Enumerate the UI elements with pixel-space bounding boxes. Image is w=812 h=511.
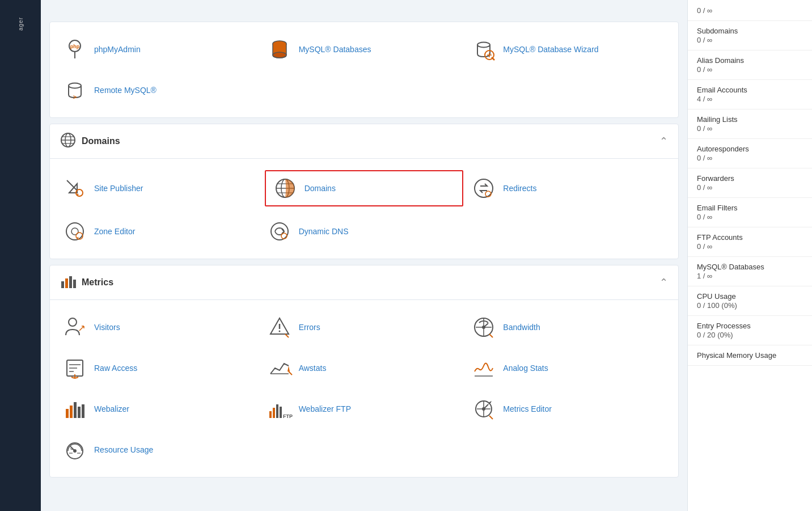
sidebar: ager <box>0 0 41 511</box>
svg-point-28 <box>66 223 83 240</box>
item-awstats[interactable]: Awstats <box>265 352 464 384</box>
domains-title: Domains <box>82 136 120 146</box>
domains-header-left: Domains <box>60 132 120 150</box>
svg-rect-71 <box>280 407 282 418</box>
stat-row-top: 0 / ∞ <box>688 0 812 21</box>
svg-line-78 <box>489 416 493 419</box>
stat-value-mysql-dbs: 1 / ∞ <box>697 272 803 280</box>
stat-ftp-accounts: FTP Accounts 0 / ∞ <box>688 227 812 257</box>
svg-rect-36 <box>69 276 72 288</box>
stat-value-ftp: 0 / ∞ <box>697 242 803 251</box>
awstats-icon <box>267 356 292 381</box>
svg-point-5 <box>477 43 490 48</box>
visitors-icon <box>62 315 87 340</box>
bandwidth-icon <box>471 315 496 340</box>
svg-text:>: > <box>73 94 77 100</box>
svg-rect-66 <box>78 407 81 418</box>
stat-physical-memory: Physical Memory Usage <box>688 345 812 366</box>
webalizer-label: Webalizer <box>94 404 129 413</box>
dynamic-dns-label: Dynamic DNS <box>299 227 349 236</box>
domains-header: Domains ⌃ <box>50 124 678 159</box>
item-analog-stats[interactable]: Analog Stats <box>469 352 668 384</box>
stat-label-ftp: FTP Accounts <box>697 233 803 242</box>
analog-stats-icon <box>471 356 496 381</box>
svg-point-4 <box>273 52 286 58</box>
errors-label: Errors <box>299 323 320 332</box>
domains-header-icon <box>60 132 76 150</box>
stat-label-mailing: Mailing Lists <box>697 115 803 124</box>
item-errors[interactable]: Errors <box>265 311 464 343</box>
item-dynamic-dns[interactable]: Dynamic DNS <box>265 216 464 247</box>
stat-value-cpu: 0 / 100 (0%) <box>697 301 803 310</box>
stat-entry-processes: Entry Processes 0 / 20 (0%) <box>688 316 812 345</box>
item-zone-editor[interactable]: Zone Editor <box>60 216 259 247</box>
remote-mysql-icon: > <box>62 78 87 103</box>
mysql-databases-icon <box>267 37 292 62</box>
webalizer-icon <box>62 396 87 421</box>
svg-rect-64 <box>70 406 73 418</box>
domains-body: Site Publisher <box>50 159 678 259</box>
domains-icon <box>273 176 298 201</box>
stat-email-accounts: Email Accounts 4 / ∞ <box>688 80 812 109</box>
svg-point-10 <box>69 83 81 88</box>
errors-icon <box>267 315 292 340</box>
metrics-chevron[interactable]: ⌃ <box>659 276 668 289</box>
item-visitors[interactable]: Visitors <box>60 311 259 343</box>
svg-point-38 <box>69 318 77 326</box>
svg-line-7 <box>492 57 494 60</box>
item-phpmyadmin[interactable]: php phpMyAdmin <box>60 33 259 65</box>
item-site-publisher[interactable]: Site Publisher <box>60 170 259 206</box>
stat-value-email-filters: 0 / ∞ <box>697 213 803 221</box>
svg-line-60 <box>289 371 292 375</box>
item-bandwidth[interactable]: Bandwidth <box>469 311 668 343</box>
item-resource-usage[interactable]: Resource Usage <box>60 434 259 466</box>
zone-editor-label: Zone Editor <box>94 227 135 236</box>
item-webalizer-ftp[interactable]: FTP Webalizer FTP <box>265 393 464 425</box>
mysql-databases-label: MySQL® Databases <box>299 45 371 54</box>
stat-value-top: 0 / ∞ <box>697 6 803 15</box>
domains-chevron[interactable]: ⌃ <box>659 135 668 147</box>
metrics-title: Metrics <box>82 277 113 288</box>
item-raw-access[interactable]: Raw Access <box>60 352 259 384</box>
redirects-icon <box>471 176 496 201</box>
metrics-grid: Visitors Errors <box>60 311 668 466</box>
stat-cpu: CPU Usage 0 / 100 (0%) <box>688 286 812 316</box>
item-mysql-databases[interactable]: MySQL® Databases <box>265 33 464 65</box>
metrics-header: Metrics ⌃ <box>50 265 678 300</box>
resource-usage-label: Resource Usage <box>94 445 153 454</box>
databases-body: php phpMyAdmin MySQL® Databases <box>50 22 678 117</box>
mysql-wizard-icon <box>471 37 496 62</box>
svg-line-50 <box>484 323 488 327</box>
resource-usage-icon <box>62 437 87 462</box>
stat-label-subdomains: Subdomains <box>697 27 803 35</box>
databases-section: php phpMyAdmin MySQL® Databases <box>49 22 679 118</box>
item-redirects[interactable]: Redirects <box>469 170 668 206</box>
svg-rect-63 <box>66 409 69 418</box>
metrics-editor-label: Metrics Editor <box>503 404 552 413</box>
site-publisher-icon <box>62 176 87 201</box>
svg-point-44 <box>278 331 280 332</box>
visitors-label: Visitors <box>94 323 120 332</box>
raw-access-label: Raw Access <box>94 364 137 373</box>
analog-stats-label: Analog Stats <box>503 364 548 373</box>
site-publisher-label: Site Publisher <box>94 184 143 193</box>
stat-label-memory: Physical Memory Usage <box>697 351 803 360</box>
svg-rect-65 <box>74 402 77 418</box>
domains-section: Domains ⌃ Site Publisher <box>49 124 679 259</box>
stat-label-autoresponders: Autoresponders <box>697 145 803 153</box>
item-webalizer[interactable]: Webalizer <box>60 393 259 425</box>
awstats-label: Awstats <box>299 364 327 373</box>
raw-access-icon <box>62 356 87 381</box>
svg-line-51 <box>489 334 493 337</box>
item-mysql-wizard[interactable]: MySQL® Database Wizard <box>469 33 668 65</box>
item-domains[interactable]: Domains <box>265 170 464 206</box>
stat-value-autoresponders: 0 / ∞ <box>697 154 803 162</box>
domains-grid: Site Publisher <box>60 170 668 247</box>
right-panel: 0 / ∞ Subdomains 0 / ∞ Alias Domains 0 /… <box>687 0 812 511</box>
item-metrics-editor[interactable]: Metrics Editor <box>469 393 668 425</box>
zone-editor-icon <box>62 219 87 244</box>
svg-text:FTP: FTP <box>283 413 293 419</box>
svg-rect-35 <box>65 278 68 288</box>
item-remote-mysql[interactable]: > Remote MySQL® <box>60 74 259 106</box>
svg-point-26 <box>475 179 493 197</box>
